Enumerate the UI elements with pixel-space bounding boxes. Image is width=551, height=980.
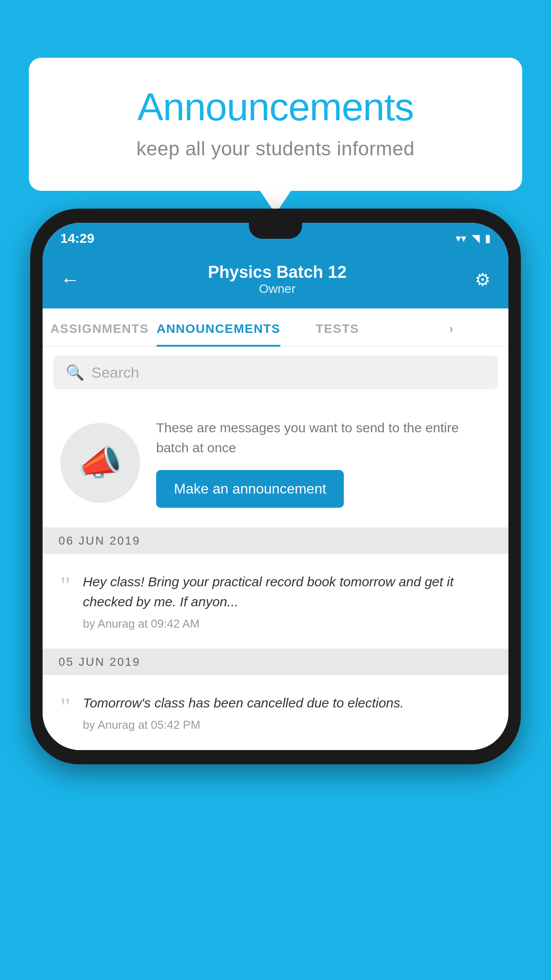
announcement-text-1: Hey class! Bring your practical record b… (83, 572, 491, 612)
announcement-content-1: Hey class! Bring your practical record b… (83, 572, 491, 631)
search-icon: 🔍 (66, 364, 84, 381)
header-title-group: Physics Batch 12 Owner (208, 263, 347, 296)
tab-more[interactable]: › (394, 308, 508, 346)
wifi-icon: ▾▾ (456, 232, 466, 245)
quote-icon-1: " (60, 573, 71, 598)
tabs-bar: ASSIGNMENTS ANNOUNCEMENTS TESTS › (43, 308, 508, 347)
tab-announcements[interactable]: ANNOUNCEMENTS (157, 308, 280, 346)
phone-screen: 14:29 ▾▾ ◥ ▮ ← Physics Batch 12 Owner ⚙ … (43, 223, 508, 750)
back-button[interactable]: ← (60, 269, 80, 291)
header-subtitle: Owner (208, 282, 347, 296)
status-time: 14:29 (60, 231, 94, 246)
announcement-text-2: Tomorrow's class has been cancelled due … (83, 693, 491, 713)
promo-icon-circle: 📣 (60, 423, 140, 503)
announcement-item-1[interactable]: " Hey class! Bring your practical record… (43, 554, 508, 649)
quote-icon-2: " (60, 695, 71, 719)
megaphone-icon: 📣 (78, 442, 122, 484)
speech-bubble-container: Announcements keep all your students inf… (29, 58, 522, 191)
search-bar-wrapper: 🔍 Search (43, 347, 508, 398)
search-bar[interactable]: 🔍 Search (53, 356, 498, 389)
status-bar: 14:29 ▾▾ ◥ ▮ (43, 223, 508, 252)
announcement-content-2: Tomorrow's class has been cancelled due … (83, 693, 491, 732)
promo-description: These are messages you want to send to t… (156, 418, 491, 458)
announcement-item-2[interactable]: " Tomorrow's class has been cancelled du… (43, 675, 508, 750)
announcement-meta-2: by Anurag at 05:42 PM (83, 718, 491, 732)
status-icons: ▾▾ ◥ ▮ (456, 232, 491, 245)
date-separator-1: 06 JUN 2019 (43, 528, 508, 554)
search-placeholder: Search (91, 364, 139, 381)
speech-bubble-subtitle: keep all your students informed (64, 138, 487, 160)
app-header: ← Physics Batch 12 Owner ⚙ (43, 252, 508, 308)
signal-icon: ◥ (472, 232, 480, 245)
settings-icon[interactable]: ⚙ (475, 269, 491, 290)
tab-assignments[interactable]: ASSIGNMENTS (43, 308, 157, 346)
make-announcement-button[interactable]: Make an announcement (156, 470, 344, 508)
phone-container: 14:29 ▾▾ ◥ ▮ ← Physics Batch 12 Owner ⚙ … (30, 209, 521, 764)
phone-outer: 14:29 ▾▾ ◥ ▮ ← Physics Batch 12 Owner ⚙ … (30, 209, 521, 764)
content-area: 🔍 Search 📣 These are messages you want t… (43, 347, 508, 750)
header-title: Physics Batch 12 (208, 263, 347, 282)
announcement-meta-1: by Anurag at 09:42 AM (83, 617, 491, 631)
announcement-promo: 📣 These are messages you want to send to… (43, 398, 508, 528)
notch (249, 223, 302, 239)
date-separator-2: 05 JUN 2019 (43, 649, 508, 675)
promo-right: These are messages you want to send to t… (156, 418, 491, 508)
speech-bubble-title: Announcements (64, 84, 487, 130)
tab-tests[interactable]: TESTS (280, 308, 394, 346)
speech-bubble: Announcements keep all your students inf… (29, 58, 522, 191)
battery-icon: ▮ (485, 232, 491, 245)
